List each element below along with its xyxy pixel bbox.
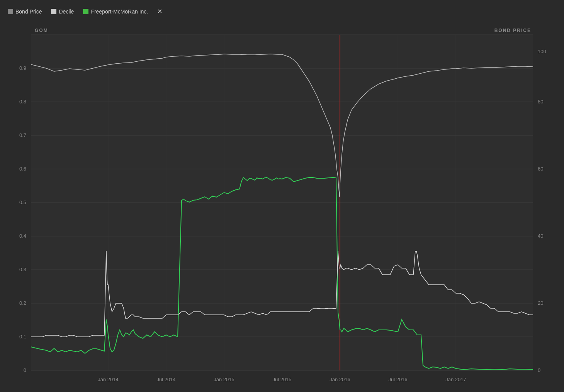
y-right-label-60: 60	[538, 166, 543, 172]
y-label-05: 0.5	[19, 199, 26, 205]
y-label-09: 0.9	[19, 65, 26, 71]
x-label-jan2016: Jan 2016	[330, 377, 350, 382]
y-right-label-100: 100	[538, 49, 546, 54]
y-label-0: 0	[24, 367, 26, 373]
y-label-02: 0.2	[19, 300, 26, 306]
y-label-07: 0.7	[19, 132, 26, 138]
y-right-label-80: 80	[538, 99, 543, 105]
x-label-jul2015: Jul 2015	[272, 377, 291, 382]
x-label-jan2014: Jan 2014	[98, 377, 119, 382]
chart-svg: 0 0.1 0.2 0.3 0.4 0.5 0.6 0.7 0.8 0.9 0 …	[0, 0, 564, 392]
x-label-jul2016: Jul 2016	[388, 377, 407, 382]
y-right-label-0: 0	[538, 367, 540, 373]
y-label-03: 0.3	[19, 267, 26, 272]
x-label-jan2017: Jan 2017	[445, 377, 466, 382]
gom-label: GOM	[35, 28, 48, 33]
x-label-jan2015: Jan 2015	[214, 377, 234, 382]
y-right-label-20: 20	[538, 300, 543, 306]
y-label-06: 0.6	[19, 166, 26, 172]
chart-container: Bond Price Decile Freeport-McMoRan Inc. …	[0, 0, 564, 392]
y-right-label-40: 40	[538, 233, 543, 239]
bond-price-axis-label: BOND PRICE	[494, 28, 531, 33]
y-label-01: 0.1	[19, 334, 26, 340]
y-label-08: 0.8	[19, 99, 26, 105]
y-label-04: 0.4	[19, 233, 26, 239]
x-label-jul2014: Jul 2014	[156, 377, 175, 382]
